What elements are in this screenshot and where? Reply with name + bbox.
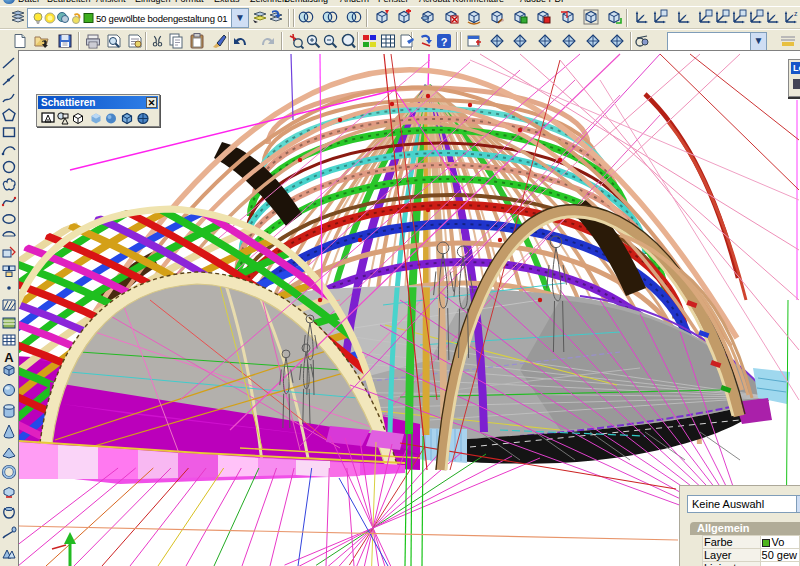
svg-text:z: z — [794, 10, 798, 17]
svg-text:?: ? — [441, 36, 448, 48]
